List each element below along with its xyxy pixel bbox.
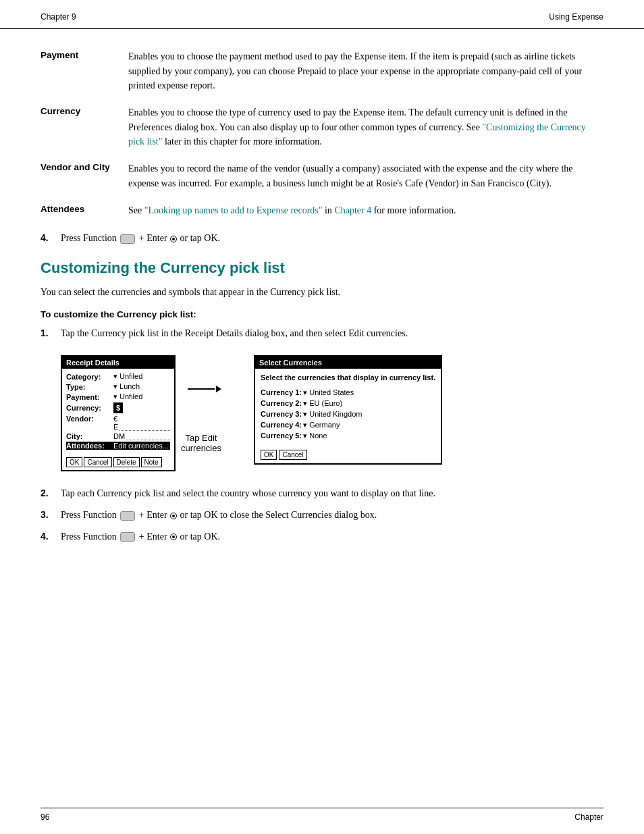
select-currencies-title: Select Currencies <box>255 357 441 369</box>
def-term-payment: Payment <box>41 49 128 60</box>
def-desc-currency: Enables you to choose the type of curren… <box>128 105 603 149</box>
curr-row-2: Currency 2: ▾ EU (Euro) <box>261 399 435 408</box>
label-city: City: <box>66 432 113 440</box>
curr-label-1: Currency 1: <box>261 388 302 396</box>
page-header: Chapter 9 Using Expense <box>0 0 644 29</box>
btn-cancel[interactable]: Cancel <box>84 457 111 467</box>
link-looking-up-names[interactable]: "Looking up names to add to Expense reco… <box>144 205 323 215</box>
step-text-3: Press Function + Enter or tap OK to clos… <box>61 508 603 523</box>
def-currency: Currency Enables you to choose the type … <box>41 105 603 149</box>
step-4-presection: 4. Press Function + Enter or tap OK. <box>41 231 603 246</box>
screenshots-row: Receipt Details Category: ▾ Unfiled Type… <box>61 355 603 471</box>
dialog-row-city: City: DM <box>66 432 170 440</box>
def-term-attendees: Attendees <box>41 203 128 214</box>
function-button-icon-3 <box>120 511 135 521</box>
page: Chapter 9 Using Expense Payment Enables … <box>0 0 644 834</box>
curr-row-5: Currency 5: ▾ None <box>261 432 435 440</box>
value-city: DM <box>113 432 125 440</box>
vendor-dotted-line <box>119 423 170 431</box>
step-4-final: 4. Press Function + Enter or tap OK. <box>41 529 603 544</box>
curr-label-5: Currency 5: <box>261 432 302 440</box>
curr-label-3: Currency 3: <box>261 410 302 418</box>
step-text-2: Tap each Currency pick list and select t… <box>61 486 603 501</box>
tap-label-line1: Tap Edit <box>186 433 217 443</box>
footer-page-number: 96 <box>41 812 49 822</box>
city-dotted-line <box>126 432 170 440</box>
value-type: ▾ Lunch <box>113 382 140 391</box>
value-payment: ▾ Unfiled <box>113 392 142 401</box>
value-vendor: €E <box>113 415 118 431</box>
def-payment: Payment Enables you to choose the paymen… <box>41 49 603 93</box>
curr-label-4: Currency 4: <box>261 421 302 429</box>
label-category: Category: <box>66 373 113 381</box>
definitions-list: Payment Enables you to choose the paymen… <box>41 49 603 217</box>
curr-value-4: ▾ Germany <box>303 421 340 429</box>
dialog-row-attendees: Attendees: Edit currencies... <box>66 442 170 450</box>
function-button-icon-4 <box>120 532 135 542</box>
receipt-details-dialog: Receipt Details Category: ▾ Unfiled Type… <box>61 355 176 471</box>
btn-sc-cancel[interactable]: Cancel <box>279 450 306 460</box>
def-term-vendor-city: Vendor and City <box>41 161 128 172</box>
dialog-row-category: Category: ▾ Unfiled <box>66 372 170 381</box>
step-text-1: Tap the Currency pick list in the Receip… <box>61 326 603 341</box>
arrow-section: Tap Edit currencies <box>176 355 234 453</box>
curr-row-1: Currency 1: ▾ United States <box>261 388 435 397</box>
main-content: Payment Enables you to choose the paymen… <box>0 29 644 577</box>
page-footer: 96 Chapter <box>41 808 603 822</box>
step-3: 3. Press Function + Enter or tap OK to c… <box>41 508 603 523</box>
btn-ok[interactable]: OK <box>66 457 82 467</box>
curr-row-3: Currency 3: ▾ United Kingdom <box>261 410 435 419</box>
label-vendor: Vendor: <box>66 415 113 423</box>
curr-value-5: ▾ None <box>303 432 327 440</box>
footer-chapter-ref: Chapter <box>574 812 603 822</box>
header-chapter: Chapter 9 <box>41 12 76 22</box>
dialog-row-vendor: Vendor: €E <box>66 415 170 431</box>
curr-value-1: ▾ United States <box>303 388 354 397</box>
section-heading-currency: Customizing the Currency pick list <box>41 259 603 277</box>
btn-sc-ok[interactable]: OK <box>261 450 277 460</box>
step-num-4: 4. <box>41 231 61 246</box>
value-category: ▾ Unfiled <box>113 372 142 381</box>
step-1: 1. Tap the Currency pick list in the Rec… <box>41 326 603 341</box>
enter-radio-icon <box>170 236 177 242</box>
enter-radio-icon-4 <box>170 533 177 540</box>
proc-heading: To customize the Currency pick list: <box>41 309 603 319</box>
select-currencies-instruction: Select the currencies that display in cu… <box>261 373 435 382</box>
tap-label-line2: currencies <box>181 443 221 453</box>
link-chapter4[interactable]: Chapter 4 <box>334 205 371 215</box>
label-attendees: Attendees: <box>66 442 113 450</box>
receipt-details-buttons: OK Cancel Delete Note <box>62 454 174 470</box>
def-term-currency: Currency <box>41 105 128 116</box>
tap-edit-label: Tap Edit currencies <box>181 433 221 453</box>
section-intro: You can select the currencies and symbol… <box>41 285 603 300</box>
receipt-details-body: Category: ▾ Unfiled Type: ▾ Lunch Paymen… <box>62 369 174 454</box>
label-payment: Payment: <box>66 393 113 401</box>
header-section: Using Expense <box>549 12 603 22</box>
label-type: Type: <box>66 383 113 391</box>
step-text-4-final: Press Function + Enter or tap OK. <box>61 529 603 544</box>
step-num-3: 3. <box>41 508 61 523</box>
step-2: 2. Tap each Currency pick list and selec… <box>41 486 603 501</box>
link-currency-picklist[interactable]: "Customizing the Currency pick list" <box>128 122 586 147</box>
def-vendor-city: Vendor and City Enables you to record th… <box>41 161 603 190</box>
value-currency: $ <box>113 402 123 413</box>
select-currencies-buttons: OK Cancel <box>255 446 441 463</box>
select-currencies-body: Select the currencies that display in cu… <box>255 369 441 446</box>
dialog-row-payment: Payment: ▾ Unfiled <box>66 392 170 401</box>
step-num-4-final: 4. <box>41 529 61 544</box>
enter-radio-icon-3 <box>170 513 177 519</box>
arrow-container <box>176 355 234 396</box>
curr-label-2: Currency 2: <box>261 399 302 407</box>
dialog-row-type: Type: ▾ Lunch <box>66 382 170 391</box>
curr-value-2: ▾ EU (Euro) <box>303 399 342 408</box>
btn-delete[interactable]: Delete <box>113 457 140 467</box>
def-attendees: Attendees See "Looking up names to add t… <box>41 203 603 218</box>
def-desc-vendor-city: Enables you to record the name of the ve… <box>128 161 603 190</box>
dialog-row-currency: Currency: $ <box>66 402 170 413</box>
label-currency: Currency: <box>66 404 113 412</box>
receipt-details-title: Receipt Details <box>62 357 174 369</box>
function-button-icon <box>120 234 135 244</box>
btn-note[interactable]: Note <box>141 457 162 467</box>
def-desc-payment: Enables you to choose the payment method… <box>128 49 603 93</box>
arrow-right-icon <box>188 382 221 396</box>
